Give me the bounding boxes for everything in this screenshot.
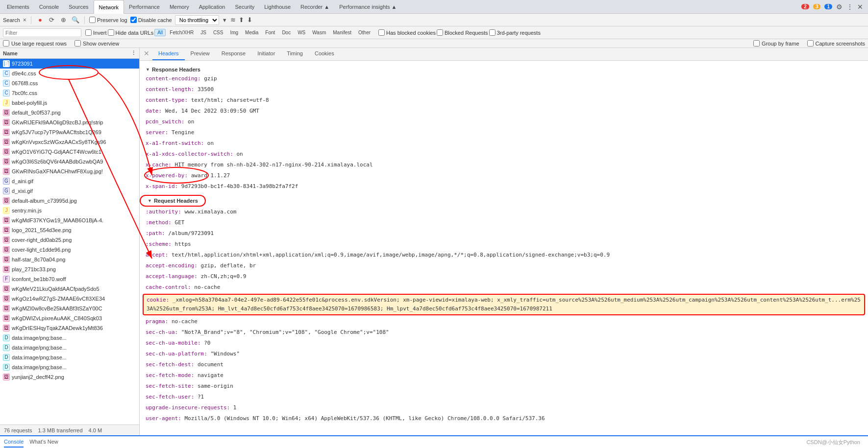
list-item[interactable]: 🖼 wKg5JV7ucp7yTP9wAACftsbc1Q269	[0, 127, 139, 137]
filter-other[interactable]: Other	[355, 29, 373, 36]
list-item[interactable]: 🖼 wKgMdF37KYGw19_MAAB6O1BjA-4.	[0, 215, 139, 225]
tab-network[interactable]: Network	[94, 0, 124, 14]
resize-handle[interactable]: ⋮	[131, 50, 136, 56]
list-item[interactable]: 🖼 default-album_c73995d.jpg	[0, 196, 139, 206]
tab-initiator[interactable]: Initiator	[251, 48, 281, 60]
list-item[interactable]: D data:image/png;base...	[0, 353, 139, 362]
filter-ws[interactable]: WS	[295, 29, 308, 36]
list-item[interactable]: 🖼 logo_2021_554d3ee.png	[0, 225, 139, 235]
request-item-selected[interactable]: 📄 9723091	[0, 59, 139, 69]
list-item[interactable]: 🖼 wKgDWIZvLpixreAuAAK_C840Sqk03	[0, 313, 139, 323]
list-item[interactable]: 🖼 wKgO1V6YiG7Q-GdjAACT4Wcw6tc1	[0, 147, 139, 157]
tab-console[interactable]: Console	[34, 0, 64, 14]
list-item[interactable]: 🖼 wKgKnVvpxcSzWGxzAACxSy8TKgs96	[0, 137, 139, 147]
list-item[interactable]: D data:image/png;base...	[0, 362, 139, 372]
throttling-dropdown-icon[interactable]: ▼	[222, 17, 227, 23]
tab-timing[interactable]: Timing	[281, 48, 309, 60]
tab-performance[interactable]: Performance	[124, 0, 165, 14]
list-item[interactable]: 🖼 wKgMZI0w8cvBe25kAABf3tSZaY00C	[0, 304, 139, 313]
export-icon[interactable]: ⬇	[247, 16, 252, 24]
filter-font[interactable]: Font	[262, 29, 278, 36]
tab-recorder[interactable]: Recorder ▲	[296, 0, 334, 14]
req-icon-img: 🖼	[3, 315, 10, 322]
tab-preview[interactable]: Preview	[185, 48, 216, 60]
list-item[interactable]: 🖼 cover-right_dd0ab25.png	[0, 235, 139, 245]
throttling-select[interactable]: No throttling	[175, 15, 219, 25]
filter-doc[interactable]: Doc	[279, 29, 294, 36]
list-item[interactable]: 🖼 cover-light_c1dde96.png	[0, 245, 139, 255]
more-icon[interactable]: ⋮	[846, 3, 853, 11]
list-item[interactable]: 🖼 wKgOz14wRZ7gS-ZMAAE6vCfI3XE34	[0, 294, 139, 304]
list-item[interactable]: F iconfont_be1bb70.woff	[0, 274, 139, 284]
filter-manifest[interactable]: Manifest	[330, 29, 354, 36]
list-item[interactable]: C 0676f8.css	[0, 78, 139, 88]
filter-js[interactable]: JS	[198, 29, 209, 36]
blocked-requests-checkbox[interactable]: Blocked Requests	[437, 29, 488, 36]
detail-content[interactable]: Response Headers content-encoding: gzip …	[140, 61, 868, 435]
list-item[interactable]: D data:image/png;base...	[0, 343, 139, 353]
use-large-rows-option[interactable]: Use large request rows	[3, 40, 67, 47]
list-item[interactable]: 🖼 wKgO3I6Sz6bQV6r4AABdbGzwbQA9	[0, 157, 139, 166]
list-item[interactable]: 🖼 yunjianj2_decff42.png	[0, 372, 139, 382]
list-item[interactable]: 🖼 wKgDrIESHqyTqakZAADewk1yMt836	[0, 323, 139, 333]
req-icon-img: 🖼	[3, 227, 10, 234]
filter-button[interactable]: ⊕	[59, 16, 68, 24]
search-close-icon[interactable]: ×	[23, 17, 26, 24]
close-icon[interactable]: ✕	[857, 3, 863, 11]
refresh-button[interactable]: ⟳	[48, 16, 56, 24]
filter-css[interactable]: CSS	[210, 29, 226, 36]
tab-memory[interactable]: Memory	[165, 0, 194, 14]
list-item[interactable]: D data:image/png;base...	[0, 333, 139, 343]
console-tab[interactable]: Console	[4, 437, 24, 448]
tab-security[interactable]: Security	[230, 0, 259, 14]
tab-application[interactable]: Application	[194, 0, 230, 14]
list-item[interactable]: 🖼 play_271bc33.png	[0, 264, 139, 274]
tab-cookies[interactable]: Cookies	[309, 48, 340, 60]
show-overview-option[interactable]: Show overview	[74, 40, 119, 47]
tab-lighthouse[interactable]: Lighthouse	[259, 0, 296, 14]
preserve-log-checkbox[interactable]: Preserve log	[89, 17, 127, 23]
filter-media[interactable]: Media	[242, 29, 261, 36]
request-headers-section[interactable]: Request Headers	[140, 195, 206, 207]
tab-elements[interactable]: Elements	[2, 0, 34, 14]
network-conditions-icon[interactable]: ≋	[230, 16, 236, 24]
import-icon[interactable]: ⬆	[239, 16, 244, 24]
options-bar: Use large request rows Show overview Gro…	[0, 39, 868, 48]
detail-tab-close[interactable]: ✕	[140, 48, 152, 60]
list-item[interactable]: G d_aini.gif	[0, 176, 139, 186]
list-item[interactable]: J sentry.min.js	[0, 206, 139, 215]
group-by-frame-option[interactable]: Group by frame	[753, 40, 799, 47]
tab-performance-insights[interactable]: Performance insights ▲	[334, 0, 401, 14]
capture-screenshots-option[interactable]: Capture screenshots	[807, 40, 866, 47]
disable-cache-checkbox[interactable]: Disable cache	[130, 17, 172, 23]
third-party-checkbox[interactable]: 3rd-party requests	[489, 29, 541, 36]
req-icon-img: 🖼	[3, 139, 10, 145]
list-item[interactable]: 🖼 GKwRINsGaXFNAACHhwfF8Xug.jpg!	[0, 166, 139, 176]
has-blocked-cookies-checkbox[interactable]: Has blocked cookies	[378, 29, 436, 36]
filter-all[interactable]: All	[154, 29, 166, 36]
whats-new-tab[interactable]: What's New	[29, 437, 58, 448]
list-item[interactable]: G d_xixi.gif	[0, 186, 139, 196]
settings-icon[interactable]: ⚙	[836, 3, 843, 11]
list-item[interactable]: 🖼 GKwRIJEFkI9AAOligD9zcBJ.png!strip	[0, 118, 139, 127]
filter-input[interactable]	[3, 28, 81, 37]
tab-sources[interactable]: Sources	[64, 0, 93, 14]
filter-fetch-xhr[interactable]: Fetch/XHR	[167, 29, 197, 36]
invert-checkbox[interactable]: Invert	[85, 29, 107, 36]
list-item[interactable]: J babel-polyfill.js	[0, 98, 139, 108]
response-headers-section[interactable]: Response Headers	[140, 64, 868, 73]
hide-data-urls-checkbox[interactable]: Hide data URLs	[108, 29, 154, 36]
filter-img[interactable]: Img	[227, 29, 241, 36]
list-item[interactable]: C d9e4c.css	[0, 69, 139, 78]
filter-wasm[interactable]: Wasm	[309, 29, 329, 36]
tab-response[interactable]: Response	[216, 48, 252, 60]
req-icon-img: 🖼	[3, 158, 10, 165]
search-button[interactable]: 🔍	[71, 16, 80, 24]
list-item[interactable]: C 7bc0fc.css	[0, 88, 139, 98]
record-button[interactable]: ●	[36, 16, 45, 24]
tab-headers[interactable]: Headers	[152, 48, 185, 60]
list-item[interactable]: 🖼 wKgMeV21LkuQakfdAACfpadySdo5	[0, 284, 139, 294]
list-item[interactable]: 🖼 default_9c0f537.png	[0, 108, 139, 118]
list-item[interactable]: 🖼 half-star_8c70a04.png	[0, 255, 139, 264]
request-list-body[interactable]: 📄 9723091 C d9e4c.css C 0676f8.css C 7bc…	[0, 59, 139, 424]
